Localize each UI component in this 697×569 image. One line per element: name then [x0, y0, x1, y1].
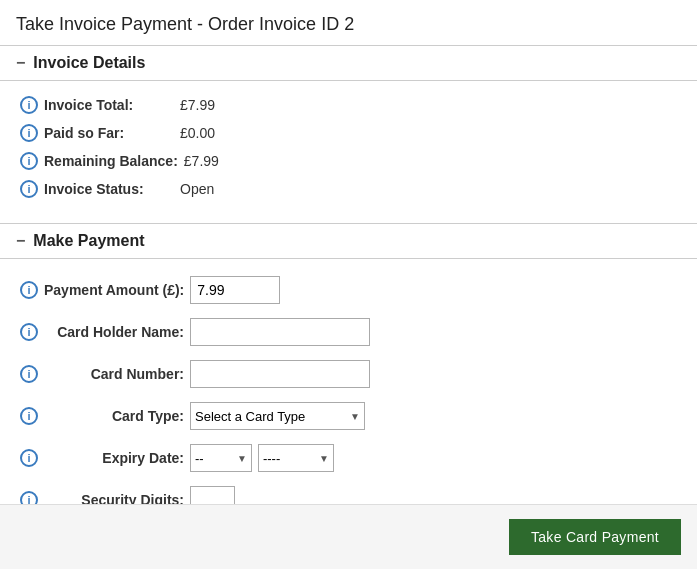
make-payment-header[interactable]: − Make Payment: [0, 223, 697, 259]
footer: Take Card Payment: [0, 504, 697, 569]
invoice-collapse-icon[interactable]: −: [16, 54, 25, 72]
take-card-payment-button[interactable]: Take Card Payment: [509, 519, 681, 555]
expiry-date-label: Expiry Date:: [44, 450, 184, 466]
invoice-details-body: i Invoice Total: £7.99 i Paid so Far: £0…: [0, 81, 697, 213]
expiry-date-selects: -- 010203 040506 070809 101112 ▼ ---- 20…: [190, 444, 334, 472]
invoice-status-info-icon[interactable]: i: [20, 180, 38, 198]
cardholder-label: Card Holder Name:: [44, 324, 184, 340]
expiry-year-dropdown-arrow: ▼: [315, 453, 333, 464]
invoice-total-info-icon[interactable]: i: [20, 96, 38, 114]
card-type-row: i Card Type: Select a Card Type Visa Mas…: [20, 395, 677, 437]
invoice-status-label: Invoice Status:: [44, 181, 174, 197]
invoice-status-row: i Invoice Status: Open: [20, 175, 677, 203]
invoice-details-header[interactable]: − Invoice Details: [0, 45, 697, 81]
invoice-status-value: Open: [180, 181, 214, 197]
make-payment-body: i Payment Amount (£): i Card Holder Name…: [0, 259, 697, 531]
card-type-label: Card Type:: [44, 408, 184, 424]
paid-so-far-info-icon[interactable]: i: [20, 124, 38, 142]
invoice-details-section: − Invoice Details i Invoice Total: £7.99…: [0, 45, 697, 213]
payment-amount-input[interactable]: [190, 276, 280, 304]
card-type-select[interactable]: Select a Card Type Visa MasterCard Ameri…: [191, 403, 346, 429]
remaining-balance-label: Remaining Balance:: [44, 153, 178, 169]
payment-amount-info-icon[interactable]: i: [20, 281, 38, 299]
card-type-info-icon[interactable]: i: [20, 407, 38, 425]
paid-so-far-value: £0.00: [180, 125, 215, 141]
card-type-dropdown-arrow: ▼: [346, 411, 364, 422]
invoice-total-value: £7.99: [180, 97, 215, 113]
page-title: Take Invoice Payment - Order Invoice ID …: [0, 0, 697, 45]
card-number-row: i Card Number:: [20, 353, 677, 395]
invoice-details-title: Invoice Details: [33, 54, 145, 72]
expiry-date-row: i Expiry Date: -- 010203 040506 070809 1…: [20, 437, 677, 479]
cardholder-info-icon[interactable]: i: [20, 323, 38, 341]
paid-so-far-label: Paid so Far:: [44, 125, 174, 141]
cardholder-name-input[interactable]: [190, 318, 370, 346]
make-payment-section: − Make Payment i Payment Amount (£): i C…: [0, 223, 697, 531]
expiry-date-info-icon[interactable]: i: [20, 449, 38, 467]
remaining-balance-info-icon[interactable]: i: [20, 152, 38, 170]
card-number-info-icon[interactable]: i: [20, 365, 38, 383]
payment-amount-label: Payment Amount (£):: [44, 282, 184, 298]
expiry-month-dropdown-arrow: ▼: [233, 453, 251, 464]
remaining-balance-value: £7.99: [184, 153, 219, 169]
invoice-total-label: Invoice Total:: [44, 97, 174, 113]
expiry-month-select-wrapper[interactable]: -- 010203 040506 070809 101112 ▼: [190, 444, 252, 472]
invoice-total-row: i Invoice Total: £7.99: [20, 91, 677, 119]
card-number-label: Card Number:: [44, 366, 184, 382]
cardholder-row: i Card Holder Name:: [20, 311, 677, 353]
card-number-input[interactable]: [190, 360, 370, 388]
card-type-select-wrapper[interactable]: Select a Card Type Visa MasterCard Ameri…: [190, 402, 365, 430]
paid-so-far-row: i Paid so Far: £0.00: [20, 119, 677, 147]
payment-amount-row: i Payment Amount (£):: [20, 269, 677, 311]
payment-collapse-icon[interactable]: −: [16, 232, 25, 250]
remaining-balance-row: i Remaining Balance: £7.99: [20, 147, 677, 175]
make-payment-title: Make Payment: [33, 232, 144, 250]
expiry-year-select-wrapper[interactable]: ---- 202420252026 202720282029 2030 ▼: [258, 444, 334, 472]
expiry-month-select[interactable]: -- 010203 040506 070809 101112: [191, 445, 233, 471]
expiry-year-select[interactable]: ---- 202420252026 202720282029 2030: [259, 445, 315, 471]
